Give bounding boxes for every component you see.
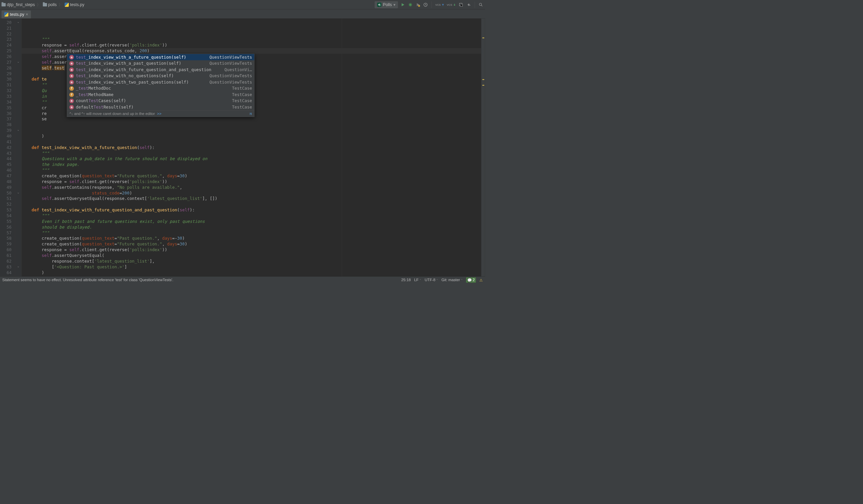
vertical-scrollbar[interactable] <box>481 18 485 276</box>
search-everywhere-button[interactable] <box>478 2 484 8</box>
undo-button[interactable] <box>466 2 471 8</box>
completion-item[interactable]: f_testMethodDocTestCase <box>67 85 254 92</box>
completion-signature: test_index_view_with_a_past_question(sel… <box>76 61 207 66</box>
breadcrumb-label: polls <box>48 2 57 7</box>
completion-class: TestCase <box>232 98 252 104</box>
scrollbar-warning-marker[interactable] <box>483 79 485 80</box>
method-icon: m <box>70 99 74 103</box>
completion-signature: countTestCases(self) <box>76 98 230 104</box>
completion-item[interactable]: mtest_index_view_with_future_question_an… <box>67 66 254 73</box>
field-icon: f <box>70 86 74 90</box>
completion-hint: ^↓ and ^↑ will move caret down and up in… <box>67 110 254 117</box>
completion-class: TestCase <box>232 86 252 91</box>
code-area[interactable]: """ response = self.client.get(reverse('… <box>22 18 481 276</box>
completion-class: QuestionViewTests <box>209 73 252 79</box>
method-icon: m <box>70 105 74 109</box>
completion-signature: test_index_view_with_two_past_questions(… <box>76 79 207 85</box>
breadcrumb-item[interactable]: tests.py <box>65 2 84 7</box>
svg-point-1 <box>418 5 421 7</box>
completion-item[interactable]: mtest_index_view_with_two_past_questions… <box>67 79 254 85</box>
fold-toggle-icon[interactable]: ⌄ <box>16 59 20 63</box>
profiler-button[interactable] <box>423 2 428 8</box>
editor[interactable]: 20 21 22 23 24 25 26 27 28 29 30 31 32 3… <box>0 18 485 276</box>
breadcrumb-item[interactable]: djtp_first_steps <box>1 2 35 7</box>
completion-hint-link[interactable]: >> <box>157 112 162 116</box>
completion-signature: defaultTestResult(self) <box>76 104 230 110</box>
completion-signature: _testMethodDoc <box>76 86 230 91</box>
completion-class: QuestionVi… <box>225 67 252 73</box>
run-configuration-selector[interactable]: dj Polls ▾ <box>375 1 398 8</box>
fold-toggle-icon[interactable]: ⌄ <box>16 20 20 24</box>
completion-item[interactable]: f_testMethodNameTestCase <box>67 91 254 98</box>
django-icon: dj <box>377 3 381 7</box>
inspection-message[interactable]: Statement seems to have no effect. Unres… <box>2 278 173 282</box>
file-encoding[interactable]: UTF-8⌃ <box>425 278 438 282</box>
method-icon: m <box>70 55 74 59</box>
fold-toggle-icon[interactable]: ⌄ <box>16 128 20 132</box>
folder-icon <box>1 3 5 7</box>
toolbar-right: dj Polls ▾ VCS VCS <box>375 1 484 8</box>
python-file-icon <box>4 12 8 16</box>
completion-class: TestCase <box>232 104 252 110</box>
git-branch[interactable]: Git: master⌃ <box>442 278 463 282</box>
folder-icon <box>43 3 47 7</box>
vcs-update[interactable]: VCS <box>435 3 444 6</box>
method-icon: m <box>70 80 74 84</box>
python-file-icon <box>65 3 69 7</box>
completion-item[interactable]: mdefaultTestResult(self)TestCase <box>67 104 254 111</box>
gutter-folding[interactable]: ⌄⌄⌄⌄⌄ <box>15 18 22 276</box>
completion-item[interactable]: mtest_index_view_with_no_questions(self)… <box>67 73 254 79</box>
fold-toggle-icon[interactable]: ⌄ <box>16 264 20 268</box>
completion-class: QuestionViewTests <box>209 54 252 60</box>
completion-signature: test_index_view_with_future_question_and… <box>76 67 223 73</box>
completion-class: QuestionViewTests <box>209 61 252 66</box>
method-icon: m <box>70 67 74 72</box>
field-icon: f <box>70 92 74 97</box>
completion-signature: test_index_view_with_no_questions(self) <box>76 73 207 79</box>
breadcrumb-item[interactable]: polls <box>43 2 57 7</box>
gutter-line-numbers[interactable]: 20 21 22 23 24 25 26 27 28 29 30 31 32 3… <box>0 18 15 276</box>
navigation-bar: djtp_first_steps〉polls〉tests.py dj Polls… <box>0 0 485 10</box>
completion-item[interactable]: mtest_index_view_with_a_future_question(… <box>67 54 254 60</box>
debug-button[interactable] <box>408 2 413 8</box>
coverage-button[interactable] <box>415 2 421 8</box>
method-icon: m <box>70 74 74 78</box>
notifications-widget[interactable]: 💬2 <box>466 277 476 282</box>
editor-tab[interactable]: tests.py× <box>1 11 31 18</box>
fold-toggle-icon[interactable]: ⌄ <box>16 190 20 194</box>
completion-signature: _testMethodName <box>76 92 230 98</box>
breadcrumb[interactable]: djtp_first_steps〉polls〉tests.py <box>1 2 84 8</box>
completion-signature: test_index_view_with_a_future_question(s… <box>76 54 207 60</box>
breadcrumb-label: djtp_first_steps <box>7 2 35 7</box>
breadcrumb-label: tests.py <box>70 2 85 7</box>
completion-class: TestCase <box>232 92 252 98</box>
completion-item[interactable]: mcountTestCases(self)TestCase <box>67 98 254 104</box>
completion-item[interactable]: mtest_index_view_with_a_past_question(se… <box>67 60 254 67</box>
scrollbar-warning-marker[interactable] <box>483 85 485 86</box>
code-completion-popup[interactable]: mtest_index_view_with_a_future_question(… <box>67 54 254 117</box>
chevron-down-icon: ▾ <box>393 2 396 7</box>
vcs-commit[interactable]: VCS <box>447 3 456 6</box>
line-separator[interactable]: LF⌃ <box>414 278 421 282</box>
editor-tabs: tests.py× <box>0 10 485 18</box>
run-button[interactable] <box>400 2 405 8</box>
svg-point-4 <box>479 3 482 5</box>
status-bar: Statement seems to have no effect. Unres… <box>0 276 485 283</box>
completion-class: QuestionViewTests <box>209 79 252 85</box>
run-config-name: Polls <box>383 2 392 7</box>
method-icon: m <box>70 61 74 65</box>
caret-position[interactable]: 25:18 <box>401 278 411 282</box>
vcs-history-button[interactable] <box>458 2 464 8</box>
tab-close-icon[interactable]: × <box>26 12 28 17</box>
scrollbar-warning-marker[interactable] <box>483 37 485 38</box>
tab-label: tests.py <box>10 12 24 17</box>
ide-errors-widget[interactable]: ⚠ <box>479 278 483 282</box>
